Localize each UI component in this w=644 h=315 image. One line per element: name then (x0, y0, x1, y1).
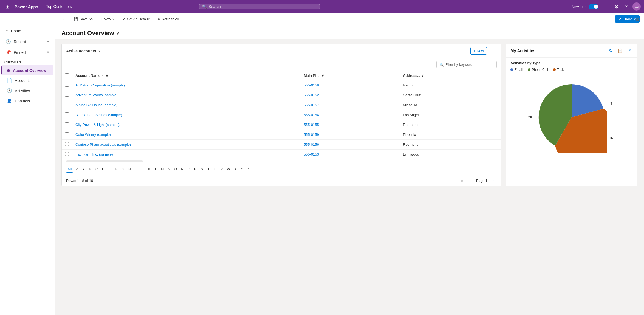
account-name-cell[interactable]: Blue Yonder Airlines (sample) (72, 110, 301, 120)
alpha-btn-o[interactable]: O (173, 166, 178, 173)
new-button[interactable]: + New ∨ (97, 15, 118, 23)
row-checkbox-cell (62, 80, 72, 90)
alpha-btn-l[interactable]: L (153, 166, 159, 173)
search-input[interactable] (208, 4, 317, 9)
accounts-more-button[interactable]: ⋯ (488, 47, 497, 55)
next-page-button[interactable]: → (488, 177, 497, 184)
alpha-btn-all[interactable]: All (66, 166, 73, 173)
prev-page-button[interactable]: ← (467, 177, 475, 184)
alpha-btn-q[interactable]: Q (186, 166, 191, 173)
table-row: Contoso Pharmaceuticals (sample) 555-015… (62, 140, 501, 150)
alpha-btn-y[interactable]: Y (239, 166, 245, 173)
phone-cell[interactable]: 555-0157 (301, 100, 400, 110)
row-checkbox[interactable] (65, 132, 69, 136)
select-all-checkbox[interactable] (65, 73, 69, 77)
account-name-cell[interactable]: Fabrikam, Inc. (sample) (72, 150, 301, 159)
page-settings-icon[interactable]: ⚙ (635, 16, 640, 22)
phone-cell[interactable]: 555-0154 (301, 110, 400, 120)
alpha-btn-f[interactable]: F (114, 166, 119, 173)
avatar[interactable]: au (632, 2, 641, 11)
address-col-header[interactable]: Address... ∨ (400, 71, 501, 80)
row-checkbox[interactable] (65, 122, 69, 126)
accounts-new-button[interactable]: + New (470, 47, 487, 55)
activities-refresh-button[interactable]: ↻ (608, 47, 614, 54)
alpha-btn-k[interactable]: K (146, 166, 152, 173)
account-name-col-header[interactable]: Account Name ↑↓ ∨ (72, 71, 301, 80)
alpha-btn-a[interactable]: A (81, 166, 86, 173)
phone-cell[interactable]: 555-0152 (301, 90, 400, 100)
alpha-btn-m[interactable]: M (160, 166, 165, 173)
help-icon[interactable]: ? (624, 3, 629, 11)
account-name-cell[interactable]: City Power & Light (sample) (72, 120, 301, 130)
sidebar-item-account-overview[interactable]: ⊞ Account Overview (1, 65, 53, 75)
back-button[interactable]: ← (59, 15, 69, 23)
refresh-all-button[interactable]: ↻ Refresh All (154, 15, 182, 23)
sidebar-item-activities[interactable]: 🕐 Activities (1, 86, 53, 96)
account-name-cell[interactable]: Coho Winery (sample) (72, 130, 301, 140)
alpha-btn-p[interactable]: P (179, 166, 185, 173)
row-checkbox[interactable] (65, 113, 69, 116)
alpha-btn-n[interactable]: N (166, 166, 172, 173)
filter-input-container[interactable]: 🔍 Filter by keyword (436, 61, 497, 68)
alpha-btn-s[interactable]: S (199, 166, 205, 173)
recent-chevron: ∨ (47, 40, 49, 43)
alpha-btn-r[interactable]: R (193, 166, 198, 173)
alpha-btn-c[interactable]: C (94, 166, 99, 173)
row-checkbox[interactable] (65, 83, 69, 87)
account-name-cell[interactable]: Adventure Works (sample) (72, 90, 301, 100)
alpha-btn-g[interactable]: G (120, 166, 126, 173)
horizontal-scrollbar[interactable] (66, 160, 143, 162)
rows-info: Rows: 1 - 8 of 10 (66, 179, 93, 183)
phone-cell[interactable]: 555-0159 (301, 130, 400, 140)
phone-cell[interactable]: 555-0153 (301, 150, 400, 159)
sidebar-item-accounts[interactable]: 📄 Accounts (1, 75, 53, 86)
sidebar-item-contacts[interactable]: 👤 Contacts (1, 96, 53, 106)
activities-report-button[interactable]: 📋 (616, 47, 624, 54)
search-bar[interactable]: 🔍 (199, 4, 320, 9)
new-look-switch[interactable] (589, 4, 598, 9)
accounts-new-plus-icon: + (473, 49, 476, 53)
save-as-button[interactable]: 💾 Save As (70, 15, 96, 23)
alpha-btn-d[interactable]: D (100, 166, 106, 173)
row-checkbox[interactable] (65, 142, 69, 146)
sidebar-toggle-icon[interactable]: ☰ (0, 13, 55, 26)
alpha-btn-h[interactable]: H (127, 166, 132, 173)
alpha-btn-z[interactable]: Z (246, 166, 251, 173)
account-name-cell[interactable]: Alpine Ski House (sample) (72, 100, 301, 110)
sidebar-item-home[interactable]: ⌂ Home (1, 26, 53, 36)
grid-icon[interactable]: ⊞ (3, 2, 12, 11)
alpha-btn-i[interactable]: I (133, 166, 139, 173)
phone-cell[interactable]: 555-0158 (301, 80, 400, 90)
accounts-card-chevron-icon[interactable]: ∨ (98, 49, 100, 53)
activities-expand-button[interactable]: ↗ (626, 47, 633, 54)
sidebar-item-recent[interactable]: 🕐 Recent ∨ (1, 36, 53, 47)
account-name-cell[interactable]: A. Datum Corporation (sample) (72, 80, 301, 90)
phone-cell[interactable]: 555-0156 (301, 140, 400, 150)
alpha-btn-#[interactable]: # (74, 166, 80, 173)
alpha-btn-e[interactable]: E (107, 166, 112, 173)
row-checkbox[interactable] (65, 93, 69, 97)
address-cell: Redmond (400, 140, 501, 150)
main-phone-col-header[interactable]: Main Ph... ∨ (301, 71, 400, 80)
page-title-chevron-icon[interactable]: ∨ (116, 31, 120, 36)
alpha-btn-b[interactable]: B (87, 166, 93, 173)
alpha-btn-w[interactable]: W (225, 166, 231, 173)
phone-cell[interactable]: 555-0155 (301, 120, 400, 130)
task-value-label: 20 (528, 115, 532, 119)
new-look-toggle[interactable]: New look (572, 4, 598, 9)
row-checkbox-cell (62, 130, 72, 140)
plus-icon[interactable]: ＋ (602, 2, 609, 11)
sidebar-item-pinned[interactable]: 📌 Pinned ∨ (1, 47, 53, 58)
alpha-btn-x[interactable]: X (233, 166, 238, 173)
first-page-button[interactable]: ⏮ (457, 177, 466, 184)
alpha-btn-t[interactable]: T (206, 166, 211, 173)
sidebar-item-pinned-label: Pinned (14, 50, 26, 55)
alpha-btn-u[interactable]: U (212, 166, 218, 173)
account-name-cell[interactable]: Contoso Pharmaceuticals (sample) (72, 140, 301, 150)
alpha-btn-v[interactable]: V (219, 166, 224, 173)
alpha-btn-j[interactable]: J (140, 166, 145, 173)
settings-icon[interactable]: ⚙ (613, 2, 620, 11)
row-checkbox[interactable] (65, 152, 69, 156)
row-checkbox[interactable] (65, 103, 69, 106)
set-as-default-button[interactable]: ✓ Set As Default (119, 15, 153, 23)
